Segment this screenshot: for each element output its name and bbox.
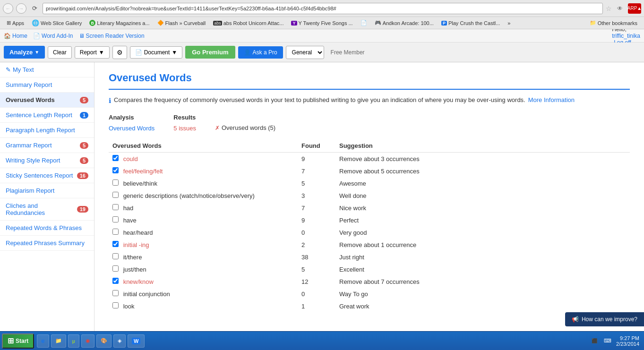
taskbar-paint[interactable]: 🎨 bbox=[96, 334, 112, 348]
suggestion-cell: Nice work bbox=[335, 202, 630, 214]
word-checkbox[interactable] bbox=[112, 192, 119, 198]
sidebar-item-repeated-phrases[interactable]: Repeated Phrases Summary bbox=[0, 236, 94, 251]
taskbar-utorrent[interactable]: µ bbox=[68, 334, 79, 348]
analysis-results-section: Analysis Overused Words Results 5 issues… bbox=[109, 114, 630, 132]
gear-icon: ⚙ bbox=[117, 49, 123, 56]
taskbar-explorer[interactable]: 📁 bbox=[51, 334, 66, 348]
robot-icon: abs bbox=[213, 21, 222, 26]
taskbar-show-desktop[interactable]: ⬛ bbox=[590, 336, 599, 346]
suggestion-cell: Just right bbox=[335, 251, 630, 263]
screen-reader-link[interactable]: 🖥 Screen Reader Version bbox=[79, 33, 145, 39]
feedback-button[interactable]: 📢 How can we improve? bbox=[565, 312, 644, 326]
taskbar-keyboard[interactable]: ⌨ bbox=[603, 336, 612, 346]
more-info-link[interactable]: More Information bbox=[528, 96, 575, 103]
found-cell: 12 bbox=[298, 275, 335, 288]
analysis-col: Analysis Overused Words bbox=[109, 114, 155, 132]
username-link[interactable]: triffic_tinika bbox=[612, 33, 640, 39]
eye-icon[interactable]: 👁 bbox=[615, 3, 625, 14]
document-button[interactable]: 📄 Document ▼ bbox=[130, 46, 183, 59]
word-checkbox[interactable] bbox=[112, 229, 119, 235]
sidebar-item-writing-style[interactable]: Writing Style Report 5 bbox=[0, 153, 94, 168]
table-row: had 7 Nice work bbox=[109, 202, 630, 214]
windows-icon: ⊞ bbox=[8, 336, 14, 345]
word-cell: initial -ing bbox=[109, 239, 298, 251]
results-header: Results bbox=[173, 114, 196, 121]
taskbar: ⊞ Start e 📁 µ ◉ 🎨 ◈ W bbox=[0, 331, 644, 350]
taskbar-clock: 9:27 PM 2/23/2014 bbox=[616, 335, 639, 347]
andkon-icon: 🎮 bbox=[375, 20, 381, 26]
sidebar-item-summary[interactable]: Summary Report bbox=[0, 77, 94, 93]
word-label: hear/heard bbox=[123, 229, 153, 236]
bookmark-robot[interactable]: abs abs Robot Unicorn Attac... bbox=[210, 19, 286, 27]
report-button[interactable]: Report ▼ bbox=[75, 46, 110, 59]
word-checkbox[interactable] bbox=[112, 290, 119, 296]
word-checkbox[interactable] bbox=[112, 265, 119, 272]
bookmark-flash[interactable]: 🔶 Flash » Curveball bbox=[155, 19, 209, 27]
word-label: just/then bbox=[123, 266, 146, 273]
bookmark-star-icon[interactable]: ☆ bbox=[606, 5, 612, 12]
clear-button[interactable]: Clear bbox=[48, 46, 72, 59]
bookmark-twentyfive[interactable]: Y Y Twenty Five Songs ... bbox=[288, 19, 355, 27]
word-cell: knew/know bbox=[109, 275, 298, 288]
sidebar-item-plagiarism[interactable]: Plagiarism Report bbox=[0, 183, 94, 198]
word-cell: generic descriptions (watch/notice/obser… bbox=[109, 189, 298, 202]
found-cell: 1 bbox=[298, 300, 335, 312]
bookmark-other[interactable]: 📁 Other bookmarks bbox=[587, 19, 640, 27]
refresh-button[interactable]: ⟳ bbox=[29, 3, 40, 14]
found-cell: 0 bbox=[298, 226, 335, 239]
avast-icon[interactable]: ARP▲ bbox=[628, 3, 641, 14]
sidebar-item-cliches[interactable]: Cliches and Redundancies 19 bbox=[0, 198, 94, 221]
suggestion-cell: Remove about 1 occurrence bbox=[335, 239, 630, 251]
word-label[interactable]: could bbox=[123, 155, 138, 162]
start-button[interactable]: ⊞ Start bbox=[2, 333, 34, 349]
sidebar-item-sticky[interactable]: Sticky Sentences Report 16 bbox=[0, 168, 94, 183]
home-link[interactable]: 🏠 Home bbox=[4, 33, 27, 39]
word-label[interactable]: feel/feeling/felt bbox=[123, 168, 163, 175]
bookmark-literary[interactable]: B Literary Magazines a... bbox=[86, 19, 152, 27]
bookmark-crush[interactable]: P Play Crush the Castl... bbox=[438, 19, 503, 27]
taskbar-ie[interactable]: e bbox=[37, 334, 49, 348]
found-cell: 9 bbox=[298, 214, 335, 226]
word-checkbox[interactable] bbox=[112, 241, 119, 247]
analyze-button[interactable]: Analyze ▼ bbox=[4, 46, 45, 59]
go-premium-button[interactable]: Go Premium bbox=[185, 46, 235, 59]
address-bar[interactable] bbox=[43, 3, 603, 14]
back-button[interactable]: ← bbox=[3, 3, 13, 14]
genre-select[interactable]: General bbox=[286, 46, 324, 59]
word-checkbox[interactable] bbox=[112, 216, 119, 222]
word-checkbox[interactable] bbox=[112, 302, 119, 308]
bookmark-more[interactable]: » bbox=[505, 19, 513, 27]
overused-words-link[interactable]: Overused Words bbox=[109, 125, 155, 132]
bookmark-web-slice[interactable]: 🌐 Web Slice Gallery bbox=[29, 18, 85, 27]
word-addon-link[interactable]: 📄 Word Add-In bbox=[33, 33, 73, 39]
word-label[interactable]: initial -ing bbox=[123, 241, 149, 248]
forward-button[interactable]: → bbox=[16, 3, 26, 14]
word-checkbox[interactable] bbox=[112, 167, 119, 173]
screen-reader-icon: 🖥 bbox=[79, 33, 85, 39]
sidebar-item-my-text[interactable]: ✎ My Text bbox=[0, 62, 94, 77]
taskbar-chrome[interactable]: ◉ bbox=[81, 334, 94, 348]
taskbar-3d[interactable]: ◈ bbox=[113, 334, 126, 348]
bookmark-apps[interactable]: ⊞ Apps bbox=[4, 19, 27, 27]
sidebar-item-repeated-words[interactable]: Repeated Words & Phrases bbox=[0, 221, 94, 236]
taskbar-word[interactable]: W bbox=[128, 334, 145, 348]
word-cell: have bbox=[109, 214, 298, 226]
overused-words-table: Overused Words Found Suggestion could 9 … bbox=[109, 139, 630, 312]
word-checkbox[interactable] bbox=[112, 253, 119, 259]
suggestion-cell: Well done bbox=[335, 189, 630, 202]
word-checkbox[interactable] bbox=[112, 155, 119, 161]
word-checkbox[interactable] bbox=[112, 204, 119, 210]
bookmark-doc[interactable]: 📄 bbox=[358, 19, 370, 27]
settings-button[interactable]: ⚙ bbox=[112, 46, 127, 59]
sidebar-item-grammar[interactable]: Grammar Report 5 bbox=[0, 138, 94, 153]
bookmark-andkon[interactable]: 🎮 Andkon Arcade: 100... bbox=[372, 19, 437, 27]
sidebar-item-overused[interactable]: Overused Words 5 bbox=[0, 93, 94, 108]
word-checkbox[interactable] bbox=[112, 278, 119, 284]
ask-pro-button[interactable]: 👤 Ask a Pro bbox=[238, 46, 283, 59]
table-row: it/there 38 Just right bbox=[109, 251, 630, 263]
sidebar-item-sentence-length[interactable]: Sentence Length Report 1 bbox=[0, 108, 94, 123]
word-checkbox[interactable] bbox=[112, 179, 119, 186]
word-label[interactable]: knew/know bbox=[123, 278, 154, 285]
sidebar-item-paragraph-length[interactable]: Paragraph Length Report bbox=[0, 123, 94, 138]
info-box: ℹ Compares the frequency of commonly ove… bbox=[109, 96, 630, 104]
